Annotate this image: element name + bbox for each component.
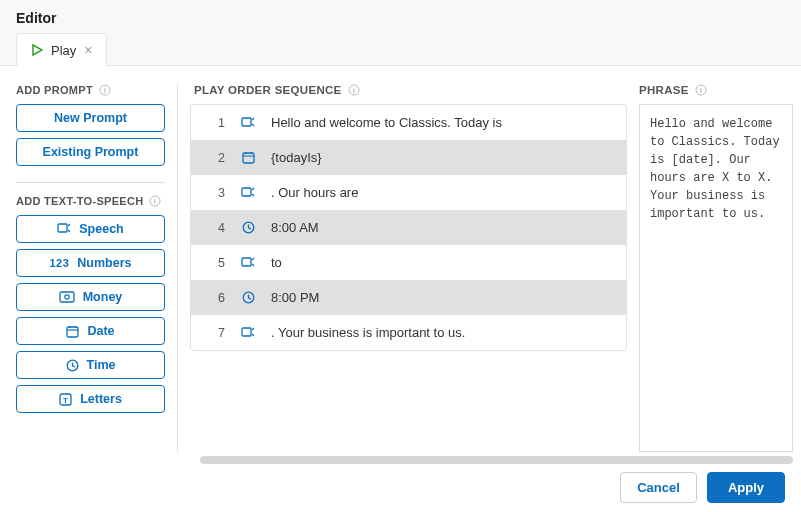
sequence-row[interactable]: 7. Your business is important to us.: [191, 315, 626, 350]
money-button[interactable]: Money: [16, 283, 165, 311]
sequence-text: . Our hours are: [271, 185, 358, 200]
sidebar: ADD PROMPT i New Prompt Existing Prompt …: [8, 84, 178, 452]
sequence-number: 2: [211, 151, 225, 165]
speech-icon: [239, 186, 257, 200]
sequence-text: . Your business is important to us.: [271, 325, 465, 340]
tab-play[interactable]: Play ×: [16, 33, 107, 66]
info-icon: i: [348, 84, 360, 96]
play-icon: [31, 44, 43, 56]
svg-rect-5: [60, 292, 74, 302]
speech-button[interactable]: Speech: [16, 215, 165, 243]
time-button[interactable]: Time: [16, 351, 165, 379]
close-icon[interactable]: ×: [84, 42, 92, 58]
sequence-number: 4: [211, 221, 225, 235]
sequence-text: Hello and welcome to Classics. Today is: [271, 115, 502, 130]
play-order-title: PLAY ORDER SEQUENCE i: [190, 84, 627, 96]
sequence-number: 6: [211, 291, 225, 305]
info-icon: i: [695, 84, 707, 96]
svg-text:i: i: [699, 86, 702, 95]
speech-icon: [239, 326, 257, 340]
time-icon: [239, 221, 257, 234]
speech-icon: [57, 222, 71, 236]
svg-rect-21: [242, 188, 251, 196]
add-prompt-title-text: ADD PROMPT: [16, 84, 93, 96]
svg-text:i: i: [154, 197, 157, 206]
tab-label: Play: [51, 43, 76, 58]
letters-button[interactable]: T Letters: [16, 385, 165, 413]
numbers-icon: 123: [49, 257, 69, 269]
date-icon: [239, 151, 257, 164]
existing-prompt-label: Existing Prompt: [43, 145, 139, 159]
numbers-button[interactable]: 123 Numbers: [16, 249, 165, 277]
editor-title: Editor: [16, 10, 785, 32]
existing-prompt-button[interactable]: Existing Prompt: [16, 138, 165, 166]
sequence-number: 5: [211, 256, 225, 270]
editor-header: Editor Play ×: [0, 0, 801, 66]
section-add-prompt: ADD PROMPT i New Prompt Existing Prompt: [16, 84, 165, 166]
phrase-textarea[interactable]: Hello and welcome to Classics. Today is …: [639, 104, 793, 452]
money-icon: [59, 291, 75, 303]
sequence-row[interactable]: 68:00 PM: [191, 280, 626, 315]
new-prompt-label: New Prompt: [54, 111, 127, 125]
info-icon: i: [149, 195, 161, 207]
footer: Cancel Apply: [0, 464, 801, 503]
sequence-row[interactable]: 1Hello and welcome to Classics. Today is: [191, 105, 626, 140]
svg-rect-7: [67, 327, 78, 337]
date-button[interactable]: Date: [16, 317, 165, 345]
svg-rect-16: [242, 118, 251, 126]
letters-icon: T: [59, 393, 72, 406]
add-tts-title-text: ADD TEXT-TO-SPEECH: [16, 195, 143, 207]
sequence-number: 1: [211, 116, 225, 130]
sequence-text: to: [271, 255, 282, 270]
sequence-row[interactable]: 3. Our hours are: [191, 175, 626, 210]
svg-text:i: i: [104, 86, 107, 95]
svg-text:i: i: [352, 86, 355, 95]
sequence-row[interactable]: 2{todayIs}: [191, 140, 626, 175]
clock-icon: [66, 359, 79, 372]
svg-rect-23: [242, 258, 251, 266]
play-order-panel: PLAY ORDER SEQUENCE i 1Hello and welcome…: [190, 84, 627, 452]
add-prompt-title: ADD PROMPT i: [16, 84, 165, 96]
time-icon: [239, 291, 257, 304]
new-prompt-button[interactable]: New Prompt: [16, 104, 165, 132]
cancel-button[interactable]: Cancel: [620, 472, 697, 503]
svg-point-6: [65, 295, 69, 299]
time-label: Time: [87, 358, 116, 372]
date-label: Date: [87, 324, 114, 338]
sequence-list: 1Hello and welcome to Classics. Today is…: [190, 104, 627, 351]
sequence-row[interactable]: 5to: [191, 245, 626, 280]
letters-label: Letters: [80, 392, 122, 406]
sequence-number: 3: [211, 186, 225, 200]
speech-label: Speech: [79, 222, 123, 236]
svg-text:T: T: [63, 395, 68, 404]
phrase-panel: PHRASE i Hello and welcome to Classics. …: [639, 84, 793, 452]
sequence-row[interactable]: 48:00 AM: [191, 210, 626, 245]
calendar-icon: [66, 325, 79, 338]
speech-icon: [239, 116, 257, 130]
info-icon: i: [99, 84, 111, 96]
svg-rect-4: [58, 224, 67, 232]
phrase-title-text: PHRASE: [639, 84, 689, 96]
sequence-text: 8:00 PM: [271, 290, 319, 305]
svg-rect-17: [243, 153, 254, 163]
add-tts-title: ADD TEXT-TO-SPEECH i: [16, 195, 165, 207]
apply-button[interactable]: Apply: [707, 472, 785, 503]
sequence-text: {todayIs}: [271, 150, 322, 165]
play-order-title-text: PLAY ORDER SEQUENCE: [194, 84, 342, 96]
numbers-label: Numbers: [77, 256, 131, 270]
sequence-number: 7: [211, 326, 225, 340]
svg-rect-25: [242, 328, 251, 336]
section-add-tts: ADD TEXT-TO-SPEECH i Speech 123 Numbers: [16, 182, 165, 413]
horizontal-scrollbar[interactable]: [200, 456, 793, 464]
sequence-text: 8:00 AM: [271, 220, 319, 235]
money-label: Money: [83, 290, 123, 304]
phrase-title: PHRASE i: [639, 84, 793, 96]
speech-icon: [239, 256, 257, 270]
tabs: Play ×: [16, 32, 785, 65]
